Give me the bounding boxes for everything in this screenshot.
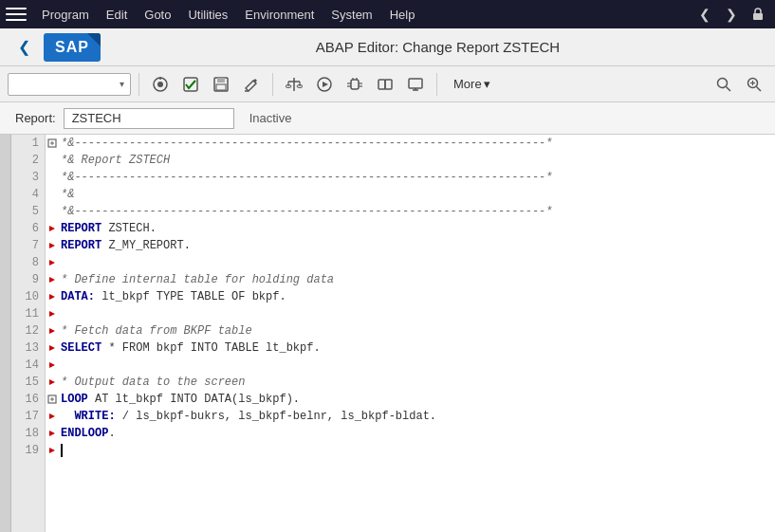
line-number-4: 4 — [11, 186, 45, 203]
edit-icon — [243, 76, 260, 93]
code-content-8 — [59, 254, 775, 271]
secondary-search-button[interactable] — [741, 71, 767, 98]
menu-goto[interactable]: Goto — [137, 6, 178, 24]
more-button[interactable]: More ▾ — [445, 74, 499, 94]
toolbar-separator-2 — [272, 73, 273, 96]
debug-icon — [346, 76, 363, 93]
line-marker-13 — [46, 339, 59, 357]
svg-marker-40 — [49, 243, 55, 248]
search-button[interactable] — [710, 71, 737, 98]
code-line-17: WRITE: / ls_bkpf-bukrs, ls_bkpf-belnr, l… — [46, 408, 775, 425]
check-button[interactable] — [177, 71, 204, 98]
debug-button[interactable] — [341, 71, 368, 98]
svg-rect-17 — [351, 80, 359, 89]
menu-utilities[interactable]: Utilities — [180, 6, 235, 24]
display-button[interactable] — [402, 71, 429, 98]
line-marker-19 — [46, 442, 59, 459]
svg-rect-24 — [378, 80, 385, 89]
line-number-3: 3 — [11, 169, 45, 186]
code-content-2: *& Report ZSTECH — [59, 152, 775, 169]
where-used-button[interactable] — [372, 71, 398, 98]
activate-button[interactable] — [147, 71, 174, 98]
code-content-17: WRITE: / ls_bkpf-bukrs, ls_bkpf-belnr, l… — [59, 408, 775, 425]
run-button[interactable] — [311, 71, 338, 98]
code-line-18: ENDLOOP. — [46, 425, 775, 442]
hamburger-menu[interactable] — [6, 4, 27, 25]
code-line-19 — [46, 442, 775, 459]
toolbar: ▾ — [0, 66, 775, 102]
line-marker-2 — [46, 152, 59, 169]
code-content-9: * Define internal table for holding data — [59, 271, 775, 288]
line-number-8: 8 — [11, 254, 45, 271]
menu-edit[interactable]: Edit — [99, 6, 135, 24]
code-line-2: *& Report ZSTECH — [46, 152, 775, 169]
nav-lock-btn[interactable] — [747, 3, 769, 26]
line-marker-15 — [46, 374, 59, 391]
code-content-18: ENDLOOP. — [59, 425, 775, 442]
menu-program[interactable]: Program — [34, 6, 97, 24]
line-number-16: 16 — [11, 391, 45, 408]
svg-point-2 — [157, 82, 163, 87]
svg-rect-25 — [385, 80, 392, 89]
nav-forward-btn[interactable]: ❯ — [720, 3, 743, 26]
menu-system[interactable]: System — [323, 6, 379, 24]
svg-line-33 — [757, 86, 762, 91]
svg-marker-48 — [49, 379, 55, 385]
code-line-12: * Fetch data from BKPF table — [46, 322, 775, 339]
check-icon — [182, 76, 199, 93]
code-line-9: * Define internal table for holding data — [46, 271, 775, 288]
svg-marker-41 — [49, 260, 55, 266]
line-number-12: 12 — [11, 322, 45, 339]
line-number-7: 7 — [11, 237, 45, 254]
line-marker-17 — [46, 408, 59, 425]
svg-marker-42 — [49, 277, 55, 283]
run-icon — [316, 76, 333, 93]
line-marker-14 — [46, 357, 59, 374]
code-content-13: SELECT * FROM bkpf INTO TABLE lt_bkpf. — [59, 339, 775, 357]
editor-area: 12345678910111213141516171819 *&--------… — [0, 135, 775, 532]
svg-rect-0 — [753, 13, 763, 20]
menu-help[interactable]: Help — [382, 6, 423, 24]
code-content-4: *& — [59, 186, 775, 203]
toolbar-separator-1 — [138, 73, 139, 96]
line-number-11: 11 — [11, 305, 45, 322]
save-icon — [212, 76, 230, 93]
toolbar-dropdown[interactable]: ▾ — [8, 73, 131, 96]
line-marker-12 — [46, 322, 59, 339]
line-number-6: 6 — [11, 220, 45, 237]
report-input[interactable] — [64, 108, 234, 129]
svg-marker-43 — [49, 294, 55, 300]
code-content-14 — [59, 357, 775, 374]
code-content-12: * Fetch data from BKPF table — [59, 322, 775, 339]
more-label: More — [453, 77, 482, 91]
secondary-search-icon — [747, 77, 762, 92]
edit-button[interactable] — [238, 71, 265, 98]
code-line-5: *&--------------------------------------… — [46, 203, 775, 220]
line-marker-6 — [46, 220, 59, 237]
svg-marker-16 — [323, 82, 328, 87]
nav-back-btn[interactable]: ❮ — [693, 3, 716, 26]
line-marker-18 — [46, 425, 59, 442]
code-content-16: LOOP AT lt_bkpf INTO DATA(ls_bkpf). — [59, 391, 775, 408]
more-chevron-icon: ▾ — [484, 77, 490, 91]
display-icon — [407, 76, 424, 93]
svg-marker-46 — [49, 345, 55, 351]
code-line-15: * Output data to the screen — [46, 374, 775, 391]
save-button[interactable] — [208, 71, 234, 98]
code-content-5: *&--------------------------------------… — [59, 203, 775, 220]
code-content-6: REPORT ZSTECH. — [59, 220, 775, 237]
line-number-17: 17 — [11, 408, 45, 425]
line-number-19: 19 — [11, 442, 45, 459]
balance-button[interactable] — [281, 71, 307, 98]
svg-marker-52 — [49, 413, 55, 419]
line-marker-4 — [46, 186, 59, 203]
code-content-10: DATA: lt_bkpf TYPE TABLE OF bkpf. — [59, 288, 775, 305]
svg-line-31 — [727, 86, 731, 91]
back-button[interactable]: ❮ — [11, 35, 36, 60]
toolbar-separator-3 — [436, 73, 437, 96]
code-area[interactable]: *&--------------------------------------… — [46, 135, 775, 532]
svg-rect-7 — [216, 84, 226, 90]
code-line-8 — [46, 254, 775, 271]
menu-environment[interactable]: Environment — [237, 6, 322, 24]
line-marker-16 — [46, 391, 59, 408]
